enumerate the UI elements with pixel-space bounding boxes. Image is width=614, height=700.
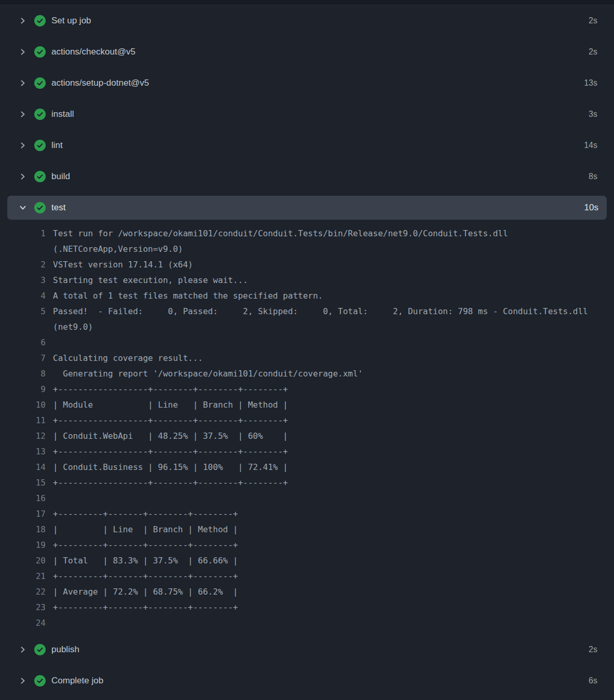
log-line-text: | Conduit.WebApi | 48.25% | 37.5% | 60% … xyxy=(53,428,596,444)
step-name: test xyxy=(51,203,65,213)
step-row[interactable]: Set up job 2s xyxy=(0,5,614,36)
log-line: 20 | Total | 83.3% | 37.5% | 66.66% | xyxy=(0,553,614,569)
log-line-number[interactable]: 12 xyxy=(0,428,46,444)
log-line: 23 +---------+-------+--------+--------+ xyxy=(0,600,614,615)
step-row[interactable]: Complete job 6s xyxy=(0,665,614,696)
success-check-icon xyxy=(34,15,46,26)
step-name: publish xyxy=(51,644,79,655)
log-line: 5 Passed! - Failed: 0, Passed: 2, Skippe… xyxy=(0,304,614,335)
log-line-text xyxy=(53,335,596,351)
step-duration: 14s xyxy=(584,141,597,150)
log-line-text: Starting test execution, please wait... xyxy=(53,273,596,288)
step-duration: 2s xyxy=(589,47,597,57)
success-check-icon xyxy=(34,140,46,151)
log-line-number[interactable]: 13 xyxy=(0,444,46,460)
log-line-number[interactable]: 14 xyxy=(0,460,46,475)
log-line: 16 xyxy=(0,491,614,506)
step-name: build xyxy=(51,171,70,182)
log-line-number[interactable]: 1 xyxy=(0,226,46,257)
step-expanded-section: test 10s 1 Test run for /workspace/okami… xyxy=(0,196,614,634)
log-line: 9 +------------------+--------+--------+… xyxy=(0,382,614,397)
chevron-right-icon xyxy=(19,172,27,181)
chevron-right-icon xyxy=(19,79,27,87)
chevron-right-icon xyxy=(19,110,27,118)
step-name: actions/checkout@v5 xyxy=(51,47,135,57)
chevron-right-icon xyxy=(19,17,27,25)
chevron-right-icon xyxy=(19,677,27,685)
log-line-text: +---------+-------+--------+--------+ xyxy=(53,569,596,584)
log-line: 24 xyxy=(0,615,614,631)
step-row[interactable]: test 10s xyxy=(7,196,607,220)
step-name: install xyxy=(51,109,74,119)
step-row[interactable]: actions/checkout@v5 2s xyxy=(0,36,614,68)
log-line-number[interactable]: 9 xyxy=(0,382,46,397)
success-check-icon xyxy=(34,202,46,213)
log-line-text xyxy=(53,491,596,506)
log-line-number[interactable]: 15 xyxy=(0,475,46,491)
log-line-number[interactable]: 21 xyxy=(0,569,46,584)
step-duration: 8s xyxy=(589,172,597,181)
log-line-text: +------------------+--------+--------+--… xyxy=(53,382,596,397)
log-line-number[interactable]: 20 xyxy=(0,553,46,569)
log-line: 14 | Conduit.Business | 96.15% | 100% | … xyxy=(0,460,614,475)
chevron-right-icon xyxy=(19,48,27,56)
step-row[interactable]: lint 14s xyxy=(0,130,614,161)
log-line-text: Passed! - Failed: 0, Passed: 2, Skipped:… xyxy=(53,304,596,335)
log-line: 8 Generating report '/workspace/okami101… xyxy=(0,366,614,382)
step-name: Set up job xyxy=(51,16,91,26)
log-line-number[interactable]: 11 xyxy=(0,413,46,428)
step-list: Set up job 2s actions/checkout@v5 2s xyxy=(0,5,614,696)
log-line-number[interactable]: 2 xyxy=(0,257,46,273)
step-row[interactable]: build 8s xyxy=(0,161,614,192)
log-line: 2 VSTest version 17.14.1 (x64) xyxy=(0,257,614,273)
step-duration: 13s xyxy=(584,78,597,88)
step-row[interactable]: publish 2s xyxy=(0,634,614,665)
panel-top-border xyxy=(0,0,614,5)
log-line-text: +---------+-------+--------+--------+ xyxy=(53,537,596,553)
log-line: 13 +------------------+--------+--------… xyxy=(0,444,614,460)
log-line-text: +---------+-------+--------+--------+ xyxy=(53,600,596,615)
step-row[interactable]: install 3s xyxy=(0,99,614,130)
log-line: 18 | | Line | Branch | Method | xyxy=(0,522,614,537)
log-line: 7 Calculating coverage result... xyxy=(0,351,614,366)
chevron-right-icon xyxy=(19,141,27,150)
log-line: 1 Test run for /workspace/okami101/condu… xyxy=(0,226,614,257)
log-line-number[interactable]: 10 xyxy=(0,397,46,413)
log-line-number[interactable]: 17 xyxy=(0,506,46,522)
success-check-icon xyxy=(34,675,46,686)
log-line-text: Test run for /workspace/okami101/conduit… xyxy=(53,226,596,257)
log-line: 19 +---------+-------+--------+--------+ xyxy=(0,537,614,553)
step-duration: 3s xyxy=(589,110,597,119)
log-line-text xyxy=(53,615,596,631)
log-line: 11 +------------------+--------+--------… xyxy=(0,413,614,428)
log-line-text: VSTest version 17.14.1 (x64) xyxy=(53,257,596,273)
step-row[interactable]: actions/setup-dotnet@v5 13s xyxy=(0,68,614,99)
log-line: 17 +---------+-------+--------+--------+ xyxy=(0,506,614,522)
step-duration: 6s xyxy=(589,676,597,685)
log-line-number[interactable]: 8 xyxy=(0,366,46,382)
chevron-down-icon xyxy=(19,204,27,212)
log-line-number[interactable]: 18 xyxy=(0,522,46,537)
step-name: lint xyxy=(51,140,63,151)
log-line-text: +---------+-------+--------+--------+ xyxy=(53,506,596,522)
success-check-icon xyxy=(34,109,46,120)
log-line-number[interactable]: 22 xyxy=(0,584,46,600)
step-duration: 2s xyxy=(589,16,597,25)
log-line-number[interactable]: 24 xyxy=(0,615,46,631)
log-line-text: | | Line | Branch | Method | xyxy=(53,522,596,537)
log-line-text: | Conduit.Business | 96.15% | 100% | 72.… xyxy=(53,460,596,475)
log-line-number[interactable]: 4 xyxy=(0,288,46,304)
log-line-number[interactable]: 5 xyxy=(0,304,46,335)
log-line-number[interactable]: 7 xyxy=(0,351,46,366)
log-line: 22 | Average | 72.2% | 68.75% | 66.2% | xyxy=(0,584,614,600)
log-line-number[interactable]: 19 xyxy=(0,537,46,553)
log-line-number[interactable]: 3 xyxy=(0,273,46,288)
success-check-icon xyxy=(34,46,46,58)
log-line-number[interactable]: 23 xyxy=(0,600,46,615)
log-line-text: +------------------+--------+--------+--… xyxy=(53,475,596,491)
log-line-number[interactable]: 6 xyxy=(0,335,46,351)
log-line-number[interactable]: 16 xyxy=(0,491,46,506)
step-name: actions/setup-dotnet@v5 xyxy=(51,78,149,88)
log-output: 1 Test run for /workspace/okami101/condu… xyxy=(0,220,614,634)
log-line-text: | Average | 72.2% | 68.75% | 66.2% | xyxy=(53,584,596,600)
